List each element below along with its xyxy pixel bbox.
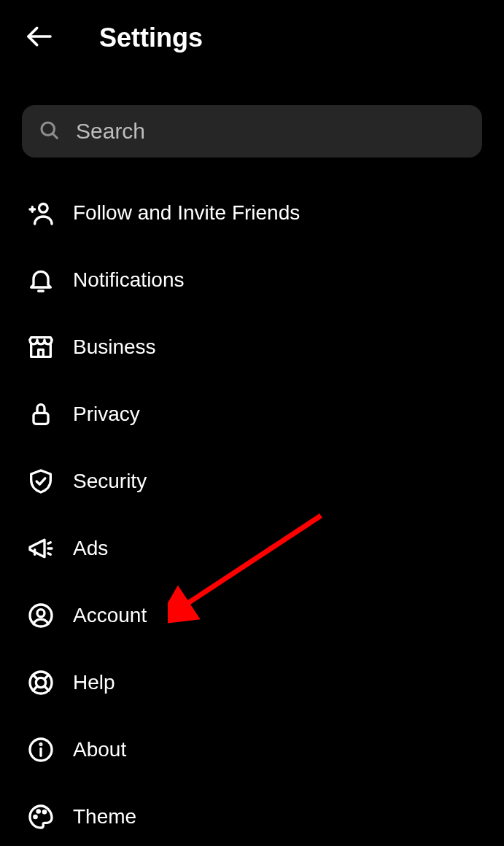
svg-line-9 — [48, 543, 50, 544]
shield-check-icon — [25, 465, 57, 497]
menu-label: Help — [73, 671, 115, 694]
menu-item-privacy[interactable]: Privacy — [0, 381, 504, 448]
arrow-left-icon — [25, 22, 54, 54]
menu-item-follow-invite[interactable]: Follow and Invite Friends — [0, 179, 504, 247]
svg-point-23 — [34, 815, 36, 818]
lock-icon — [25, 398, 57, 430]
menu-item-security[interactable]: Security — [0, 448, 504, 515]
menu-item-ads[interactable]: Ads — [0, 515, 504, 582]
bell-icon — [25, 264, 57, 296]
menu-label: Theme — [73, 805, 136, 828]
svg-line-2 — [53, 133, 57, 138]
header: Settings — [0, 0, 504, 70]
megaphone-icon — [25, 532, 57, 564]
person-add-icon — [25, 197, 57, 229]
svg-point-25 — [43, 811, 45, 813]
page-title: Settings — [99, 23, 203, 53]
back-button[interactable] — [22, 20, 57, 55]
settings-menu: Follow and Invite Friends Notifications … — [0, 179, 504, 846]
storefront-icon — [25, 331, 57, 363]
menu-item-business[interactable]: Business — [0, 314, 504, 381]
svg-line-11 — [48, 554, 50, 555]
svg-rect-7 — [39, 349, 44, 357]
svg-line-19 — [33, 686, 37, 691]
svg-point-3 — [39, 204, 48, 213]
menu-label: Privacy — [73, 403, 140, 426]
menu-item-account[interactable]: Account — [0, 582, 504, 649]
svg-line-18 — [44, 686, 49, 691]
svg-line-17 — [44, 675, 49, 679]
menu-item-theme[interactable]: Theme — [0, 783, 504, 846]
search-input[interactable] — [76, 119, 466, 144]
search-bar[interactable] — [22, 105, 482, 158]
svg-rect-8 — [34, 413, 48, 424]
menu-item-about[interactable]: About — [0, 716, 504, 783]
menu-label: Account — [73, 604, 147, 627]
menu-label: Ads — [73, 537, 108, 560]
info-icon — [25, 734, 57, 766]
menu-item-notifications[interactable]: Notifications — [0, 247, 504, 314]
lifebuoy-icon — [25, 667, 57, 699]
svg-point-22 — [40, 744, 42, 745]
menu-label: Business — [73, 335, 156, 359]
menu-label: About — [73, 738, 126, 761]
menu-item-help[interactable]: Help — [0, 649, 504, 716]
palette-icon — [25, 801, 57, 833]
menu-label: Notifications — [73, 268, 185, 292]
svg-point-24 — [37, 810, 39, 812]
menu-label: Follow and Invite Friends — [73, 201, 300, 225]
menu-label: Security — [73, 470, 147, 493]
svg-line-16 — [33, 675, 37, 679]
search-icon — [38, 119, 60, 144]
svg-point-13 — [37, 610, 44, 617]
user-circle-icon — [25, 599, 57, 632]
